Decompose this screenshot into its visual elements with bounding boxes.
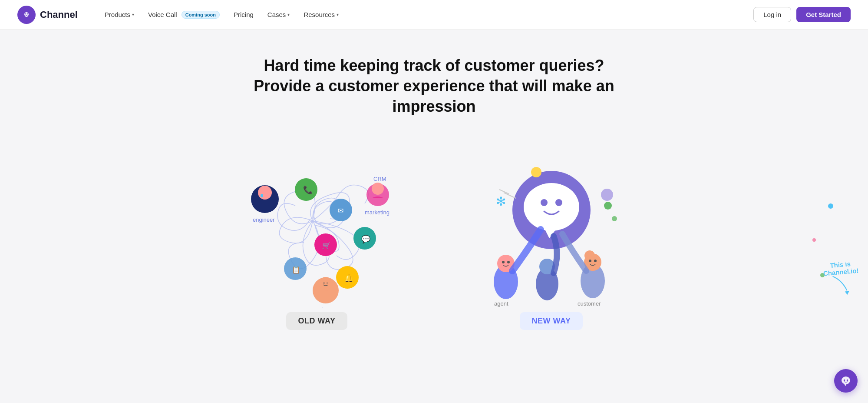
svg-point-54 <box>842 376 850 384</box>
svg-point-5 <box>261 194 263 197</box>
svg-point-31 <box>541 199 548 206</box>
illustrations-area: engineer 📞 ✉ 🛒 💬 📋 🔔 <box>0 134 868 347</box>
login-button[interactable]: Log in <box>753 7 791 22</box>
products-chevron-icon: ▾ <box>132 12 134 17</box>
logo-icon <box>21 10 32 20</box>
svg-point-49 <box>584 250 595 261</box>
svg-point-50 <box>589 260 591 262</box>
svg-point-57 <box>847 380 848 381</box>
logo-link[interactable]: Channel <box>17 6 78 24</box>
svg-text:marketing: marketing <box>365 209 389 216</box>
svg-text:customer: customer <box>313 306 336 308</box>
svg-point-42 <box>502 261 505 263</box>
chat-widget-button[interactable] <box>834 369 858 393</box>
hero-section: Hard time keeping track of customer quer… <box>0 30 868 134</box>
svg-text:📞: 📞 <box>303 185 313 195</box>
svg-text:🛒: 🛒 <box>322 241 331 250</box>
nav-voice-call[interactable]: Voice Call Coming soon <box>142 7 226 22</box>
svg-point-34 <box>531 167 541 177</box>
old-way-container: engineer 📞 ✉ 🛒 💬 📋 🔔 <box>213 143 421 330</box>
svg-text:CRM: CRM <box>373 176 386 182</box>
coming-soon-badge: Coming soon <box>182 11 220 19</box>
svg-marker-55 <box>844 384 847 386</box>
svg-point-43 <box>507 261 510 263</box>
svg-text:✉: ✉ <box>338 207 343 214</box>
svg-point-20 <box>372 183 384 195</box>
nav-resources[interactable]: Resources ▾ <box>297 7 345 22</box>
svg-point-37 <box>601 189 613 201</box>
svg-text:📋: 📋 <box>292 266 300 274</box>
svg-text:🔔: 🔔 <box>344 274 354 283</box>
svg-point-4 <box>258 186 272 200</box>
svg-point-36 <box>612 216 617 221</box>
svg-point-1 <box>25 13 26 14</box>
svg-text:✻: ✻ <box>496 195 506 208</box>
nav-links: Products ▾ Voice Call Coming soon Pricin… <box>99 7 753 22</box>
channel-annotation: This isChannel.io! <box>822 260 861 297</box>
svg-text:engineer: engineer <box>253 216 275 223</box>
cases-chevron-icon: ▾ <box>287 12 290 17</box>
svg-point-2 <box>27 13 28 14</box>
get-started-button[interactable]: Get Started <box>796 7 851 22</box>
nav-products[interactable]: Products ▾ <box>99 7 140 22</box>
nav-pricing[interactable]: Pricing <box>228 7 260 22</box>
resources-chevron-icon: ▾ <box>337 12 339 17</box>
nav-cases[interactable]: Cases ▾ <box>261 7 296 22</box>
svg-point-24 <box>319 277 333 291</box>
old-way-label: OLD WAY <box>286 312 348 330</box>
navbar: Channel Products ▾ Voice Call Coming soo… <box>0 0 868 30</box>
logo-circle <box>17 6 36 24</box>
hero-title: Hard time keeping track of customer quer… <box>239 56 630 117</box>
svg-point-35 <box>604 202 612 210</box>
svg-point-51 <box>594 260 597 262</box>
chat-widget-icon <box>840 375 852 387</box>
svg-marker-53 <box>845 291 850 295</box>
svg-text:customer: customer <box>578 300 601 307</box>
new-way-container: ✻ <box>447 143 656 330</box>
svg-text:agent: agent <box>494 300 508 307</box>
new-way-graphic: ✻ <box>460 143 643 308</box>
new-way-label: NEW WAY <box>520 312 583 330</box>
svg-point-32 <box>555 199 562 206</box>
nav-actions: Log in Get Started <box>753 7 851 22</box>
brand-name: Channel <box>40 9 78 20</box>
svg-point-29 <box>524 183 579 231</box>
svg-text:💬: 💬 <box>361 235 371 244</box>
svg-point-56 <box>844 380 845 381</box>
old-way-graphic: engineer 📞 ✉ 🛒 💬 📋 🔔 <box>226 143 408 308</box>
